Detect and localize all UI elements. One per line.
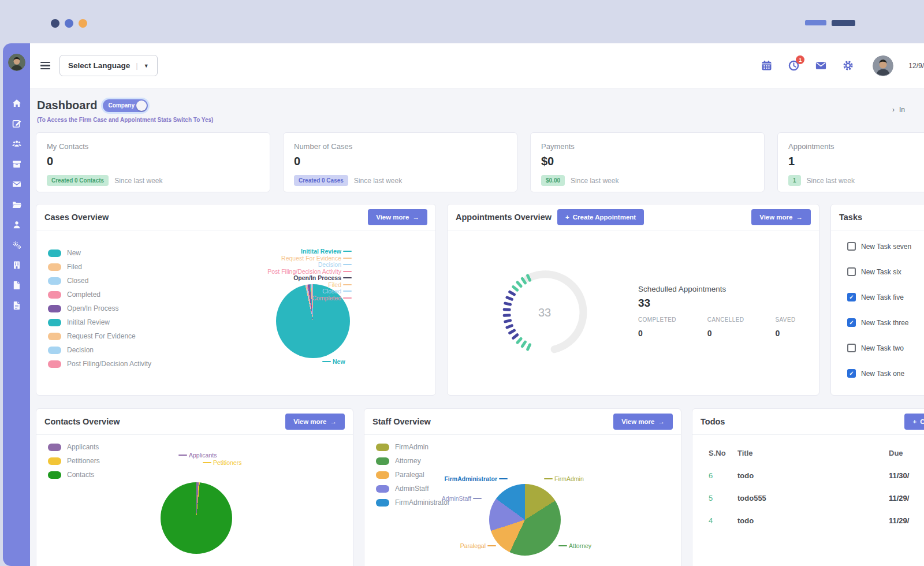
create-appointment-button[interactable]: + Create Appointment [557,209,644,225]
stat-card-3: Payments$0$0.00Since last week [530,132,765,192]
saved-value: 0 [775,329,811,338]
legend-label: FirmAdmin [395,443,429,451]
create-todo-button[interactable]: + Create [904,414,924,430]
pie-callout: FirmAdministrator [444,475,509,482]
callout-label: FirmAdministrator [444,475,497,482]
archive-icon [12,159,22,169]
legend-item: FirmAdmin [376,443,450,451]
arrow-right-icon: → [330,418,337,425]
callout-line [343,284,352,285]
gear-icon[interactable] [842,59,854,72]
legend-item: Open/In Process [48,304,192,312]
sidebar-item-edit[interactable] [12,118,22,129]
legend-label: Attorney [395,457,421,465]
folder-icon [12,199,22,210]
callout-label: Applicants [189,452,217,459]
pie-callout: Decision [318,261,353,268]
callout-line [343,297,352,299]
legend-label: Closed [67,277,88,285]
arrow-right-icon: → [413,214,420,221]
legend-swatch [48,250,61,257]
legend-item: Decision [48,346,192,354]
menu-toggle-icon[interactable] [40,62,50,70]
callout-label: Paralegal [460,542,486,549]
staff-pie-area: FirmAdminAttorneyParalegalAdminStaffFirm… [364,435,681,566]
pie-callout: Open/In Process [293,274,353,281]
window-dot-2 [65,19,73,28]
tasks-card: Tasks New Task sevenNew Task six✓New Tas… [830,204,924,396]
contacts-view-more-button[interactable]: View more → [285,414,345,430]
legend-label: Filed [67,263,82,271]
task-checkbox[interactable] [847,344,856,352]
sidebar-item-file-lines[interactable] [12,300,22,311]
mail-icon[interactable] [815,59,827,72]
todo-due: 11/30/ [889,471,924,480]
pie-callout: Petitioners [201,459,242,466]
content-area: Dashboard Company (To Access the Firm Ca… [30,88,924,566]
language-selector[interactable]: Select Language | ▼ [59,55,158,76]
sidebar-item-folder[interactable] [12,199,22,210]
tab-bar-1 [805,20,826,25]
legend-item: New [48,249,192,257]
appointments-gauge: 33 [498,266,591,359]
task-label: New Task one [861,370,904,378]
legend-label: Contacts [67,471,94,479]
scheduled-appointments-label: Schedulled Appointments [638,285,811,293]
sidebar-item-gears[interactable] [12,240,22,250]
cases-view-more-button[interactable]: View more → [368,209,427,225]
company-toggle[interactable]: Company [103,99,148,112]
mail-icon [12,179,22,189]
breadcrumb-item[interactable]: In [899,106,905,114]
page-title: Dashboard [37,99,97,112]
task-item: New Task seven [847,242,924,251]
task-checkbox[interactable]: ✓ [847,318,856,327]
breadcrumb-separator: › [892,106,895,114]
legend-label: Paralegal [395,471,424,479]
edit-icon [12,118,22,129]
callout-label: FirmAdmin [554,475,584,482]
pie-callout: Attorney [557,542,591,549]
saved-label: SAVED [775,316,811,323]
stat-card-value: 1 [788,155,924,168]
pie-callout: Completed [312,295,353,301]
stat-card-note: Since last week [807,177,855,185]
sidebar-item-users[interactable] [12,139,22,149]
calendar-icon[interactable] [761,59,773,72]
col-title: Title [737,449,889,457]
appointments-view-more-button[interactable]: View more → [751,209,811,225]
sidebar-item-archive[interactable] [12,159,22,169]
stat-card-badge: Created 0 Cases [294,175,348,186]
legend-label: New [67,249,81,257]
stat-card-label: Appointments [788,142,924,151]
legend-item: Applicants [48,443,100,451]
staff-view-more-button[interactable]: View more → [613,414,673,430]
stat-card-badge: 1 [788,175,801,186]
file-icon [12,280,22,291]
callout-line [343,277,352,278]
contacts-pie-area: ApplicantsPetitionersContacts Applicants… [36,435,353,566]
todos-title: Todos [701,417,725,426]
task-checkbox[interactable]: ✓ [847,369,856,378]
task-checkbox[interactable] [847,242,856,251]
callout-label: Initital Review [301,248,341,255]
plus-icon: + [565,214,569,221]
sidebar-item-building[interactable] [12,260,22,270]
task-checkbox[interactable] [847,267,856,276]
tab-bar-2 [832,20,855,26]
pie-callout: FirmAdmin [542,475,584,482]
sidebar-item-mail[interactable] [12,179,22,189]
legend-item: Petitioners [48,457,100,465]
gears-icon [12,240,22,250]
clock-icon[interactable]: 1 [788,59,800,72]
task-checkbox[interactable]: ✓ [847,293,856,301]
create-appointment-label: Create Appointment [573,214,636,221]
user-avatar[interactable] [873,55,893,76]
col-sno: S.No [709,449,737,457]
sidebar-item-file[interactable] [12,280,22,291]
callout-line [343,271,352,272]
sidebar-item-home[interactable] [12,98,22,109]
task-label: New Task two [861,344,904,352]
sidebar-avatar[interactable] [8,54,25,71]
sidebar-item-user[interactable] [12,219,22,230]
appointments-overview-title: Appointments Overview [456,213,552,222]
